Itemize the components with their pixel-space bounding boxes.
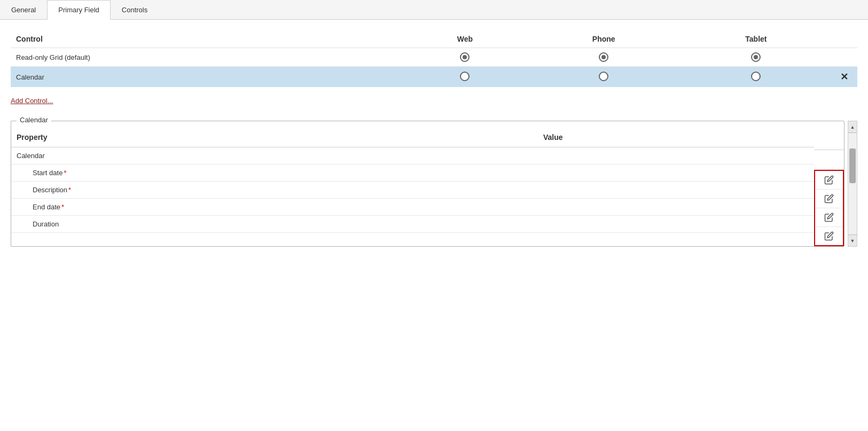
tab-controls[interactable]: Controls: [111, 0, 159, 19]
radio-tablet-empty[interactable]: [751, 72, 761, 81]
control-name-readonly: Read-only Grid (default): [11, 48, 404, 67]
edit-icons-column: [814, 128, 844, 246]
tab-general[interactable]: General: [0, 0, 47, 19]
prop-col-property: Property: [11, 128, 538, 147]
pencil-icon: [824, 231, 834, 241]
delete-calendar[interactable]: ✕: [831, 67, 857, 88]
scroll-up-button[interactable]: ▲: [848, 121, 857, 133]
prop-name-start-date: Start date*: [11, 164, 538, 182]
vertical-scrollbar: ▲ ▼: [848, 121, 857, 247]
add-control-link[interactable]: Add Control...: [11, 97, 53, 105]
properties-layout: Property Value Calendar: [11, 128, 844, 246]
radio-phone-empty[interactable]: [599, 72, 608, 81]
edit-icon-cell-description: [782, 182, 814, 199]
pencil-icon: [824, 213, 834, 222]
group-row-calendar: Calendar: [11, 147, 814, 164]
radio-web-filled[interactable]: [460, 52, 470, 62]
web-radio-readonly[interactable]: [404, 48, 526, 67]
group-name-calendar: Calendar: [11, 147, 782, 164]
scroll-track: [848, 133, 857, 234]
main-content: Control Web Phone Tablet Read-only Grid …: [0, 20, 868, 257]
edit-icon-cell-start-date: [782, 164, 814, 182]
calendar-section-label: Calendar: [17, 116, 51, 124]
prop-row-description: Description*: [11, 182, 814, 199]
edit-icons-group-spacer: [814, 150, 844, 170]
prop-row-start-date: Start date*: [11, 164, 814, 182]
edit-button-end-date[interactable]: [824, 213, 834, 222]
tab-primary-field[interactable]: Primary Field: [47, 0, 111, 20]
tablet-radio-readonly[interactable]: [682, 48, 831, 67]
edit-icon-row-start-date: [816, 171, 842, 190]
scroll-thumb: [849, 148, 856, 183]
edit-icon-cell-duration: [782, 216, 814, 233]
controls-table: Control Web Phone Tablet Read-only Grid …: [11, 30, 857, 87]
prop-value-duration: [538, 216, 782, 233]
properties-table: Property Value Calendar: [11, 128, 814, 233]
table-row: Calendar ✕: [11, 67, 857, 88]
edit-button-description[interactable]: [824, 194, 834, 203]
col-web: Web: [404, 30, 526, 48]
col-control: Control: [11, 30, 404, 48]
prop-col-actions: [782, 128, 814, 147]
prop-col-value: Value: [538, 128, 782, 147]
calendar-section: Calendar Property Value: [11, 121, 844, 247]
actions-readonly: [831, 48, 857, 67]
edit-icon-cell-end-date: [782, 199, 814, 216]
scroll-down-button[interactable]: ▼: [848, 234, 857, 246]
table-row: Read-only Grid (default): [11, 48, 857, 67]
prop-row-end-date: End date*: [11, 199, 814, 216]
controls-table-header: Control Web Phone Tablet: [11, 30, 857, 48]
radio-phone-filled[interactable]: [599, 52, 608, 62]
control-name-calendar: Calendar: [11, 67, 404, 88]
properties-header-row: Property Value: [11, 128, 814, 147]
phone-radio-readonly[interactable]: [526, 48, 682, 67]
col-phone: Phone: [526, 30, 682, 48]
content-area: Control Web Phone Tablet Read-only Grid …: [11, 30, 857, 247]
edit-button-duration[interactable]: [824, 231, 834, 241]
group-action-empty: [782, 147, 814, 164]
delete-button[interactable]: ✕: [840, 71, 848, 83]
col-tablet: Tablet: [682, 30, 831, 48]
edit-icon-row-description: [816, 190, 842, 208]
pencil-icon: [824, 175, 834, 185]
prop-row-duration: Duration: [11, 216, 814, 233]
required-star-start-date: *: [64, 169, 66, 177]
tablet-radio-calendar[interactable]: [682, 67, 831, 88]
col-actions: [831, 30, 857, 48]
pencil-icon: [824, 194, 834, 203]
prop-value-description: [538, 182, 782, 199]
calendar-properties-wrapper: Calendar Property Value: [11, 121, 857, 247]
radio-tablet-filled[interactable]: [751, 52, 761, 62]
properties-content: Property Value Calendar: [11, 128, 814, 246]
web-radio-calendar[interactable]: [404, 67, 526, 88]
prop-name-description: Description*: [11, 182, 538, 199]
prop-value-end-date: [538, 199, 782, 216]
edit-icons-group: [814, 170, 844, 246]
required-star-description: *: [68, 186, 71, 194]
phone-radio-calendar[interactable]: [526, 67, 682, 88]
required-star-end-date: *: [61, 203, 64, 211]
tab-bar: General Primary Field Controls: [0, 0, 868, 20]
edit-icon-row-duration: [816, 227, 842, 245]
prop-name-end-date: End date*: [11, 199, 538, 216]
prop-value-start-date: [538, 164, 782, 182]
prop-name-duration: Duration: [11, 216, 538, 233]
radio-web-empty[interactable]: [460, 72, 470, 81]
add-control-container: Add Control...: [11, 92, 857, 105]
controls-section: Control Web Phone Tablet Read-only Grid …: [11, 30, 857, 105]
edit-icon-row-end-date: [816, 208, 842, 227]
edit-icons-header-spacer: [814, 128, 844, 150]
edit-button-start-date[interactable]: [824, 175, 834, 185]
